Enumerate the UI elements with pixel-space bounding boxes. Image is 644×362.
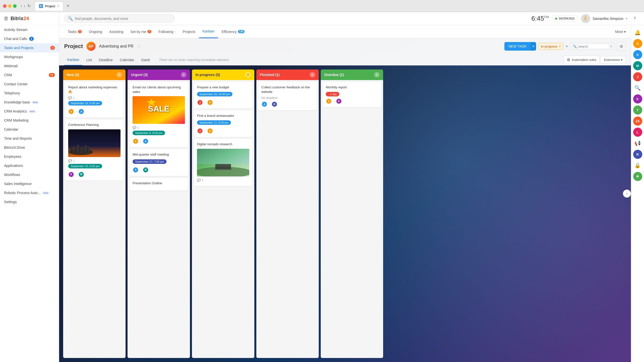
nav-back[interactable]: ‹ — [21, 4, 22, 8]
sidebar-item-crm[interactable]: CRM 71 — [0, 70, 59, 80]
more-tabs-btn[interactable]: More ▾ — [615, 30, 626, 34]
sidebar-item-telephony[interactable]: Telephony — [0, 89, 59, 98]
automation-rules-btn[interactable]: ⚙ Automation rules — [564, 56, 600, 64]
nav-forward[interactable]: › — [24, 4, 25, 8]
tab-close-btn[interactable]: × — [57, 4, 59, 8]
card-new-budget[interactable]: Prepare a new budget September 10, 10:00… — [194, 82, 252, 108]
new-tab-button[interactable]: + — [64, 3, 71, 10]
card-image-nomad — [197, 149, 249, 176]
tab-set-by-me[interactable]: Set by me 3 — [127, 25, 155, 38]
subnav-list[interactable]: List — [83, 54, 95, 65]
sidebar-item-contact-center[interactable]: Contact Center — [0, 80, 59, 89]
sidebar-item-robotic-process[interactable]: Robotic Process Auto... beta — [0, 188, 59, 197]
bell-notification-icon[interactable]: 🔔 — [633, 28, 642, 37]
brand-number: 24 — [23, 16, 29, 21]
sidebar-item-calendar[interactable]: Calendar — [0, 125, 59, 134]
megaphone-icon[interactable]: 📢 — [633, 138, 642, 148]
subnav-deadline[interactable]: Deadline — [96, 54, 116, 65]
sidebar-item-tasks-projects[interactable]: Tasks and Projects 3 — [0, 43, 59, 52]
sidebar-item-time-reports[interactable]: Time and Reports — [0, 134, 59, 143]
sidebar-item-crm-marketing[interactable]: CRM Marketing — [0, 116, 59, 125]
subnav-gantt[interactable]: Gantt — [138, 54, 153, 65]
card-monthly-report[interactable]: Monthly report - 1 day S › K — [323, 82, 381, 107]
column-settings-btn[interactable]: ⚙ — [617, 42, 626, 51]
tab-tasks[interactable]: Tasks 3 — [64, 25, 85, 38]
menu-icon[interactable]: ☰ — [4, 16, 8, 21]
user-area[interactable]: S Samantha Simpson ▾ — [581, 14, 627, 23]
search-filter[interactable]: 🔍 × — [570, 43, 615, 50]
subnav-kanban[interactable]: Kanban — [64, 54, 82, 65]
extensions-arrow: ▾ — [621, 58, 623, 62]
card-report-marketing[interactable]: Report about marketing expenses 🔥 💬1 Sep… — [65, 82, 124, 118]
tab-projects[interactable]: Projects — [179, 25, 199, 38]
card-digital-nomads[interactable]: Digital nomads research — [194, 139, 252, 186]
card-email-clients[interactable]: Email our clients about upcoming sales — [130, 82, 188, 147]
subnav-label: Gantt — [141, 58, 150, 62]
right-user-7[interactable]: L — [633, 127, 642, 137]
dot-close[interactable] — [3, 4, 7, 8]
browser-chrome: ‹ › ↻ B Project × + — [0, 0, 644, 12]
bitrix24-badge[interactable]: 24 — [633, 116, 642, 126]
col-add-btn[interactable]: + — [374, 72, 380, 78]
help-button[interactable]: ? — [630, 14, 639, 23]
card-collect-feedback[interactable]: Collect customer feedback on the website… — [258, 82, 317, 110]
tab-kanban[interactable]: Kanban — [199, 25, 218, 38]
dot-minimize[interactable] — [8, 4, 12, 8]
card-conference-planning[interactable]: Conference Planning — [65, 120, 124, 180]
tab-assisting[interactable]: Assisting — [106, 25, 127, 38]
col-add-btn[interactable]: + — [310, 72, 315, 78]
subnav-calendar[interactable]: Calendar — [117, 54, 137, 65]
avatar: R — [271, 101, 277, 107]
sidebar-item-crm-analytics[interactable]: CRM Analytics beta — [0, 107, 59, 116]
search-bar[interactable]: 🔍 — [64, 14, 175, 23]
right-user-3[interactable]: M — [633, 61, 642, 70]
sidebar-item-webmail[interactable]: Webmail — [0, 61, 59, 70]
svg-rect-6 — [88, 146, 90, 153]
add-filter-btn[interactable]: + — [566, 44, 568, 49]
search-global-icon[interactable]: 🔍 — [633, 83, 642, 93]
conference-svg — [68, 129, 120, 157]
tab-efficiency[interactable]: Efficiency 100 — [218, 25, 248, 38]
browser-tab-project[interactable]: B Project × — [35, 2, 64, 11]
sidebar-item-knowledge-base[interactable]: Knowledge base beta — [0, 98, 59, 107]
card-staff-meeting[interactable]: Mid-quarter staff meeting September 17, … — [130, 149, 188, 176]
sidebar-item-employees[interactable]: Employees — [0, 152, 59, 161]
right-user-8[interactable]: R — [633, 150, 642, 159]
sidebar-item-workflows[interactable]: Workflows — [0, 170, 59, 179]
sidebar-item-settings[interactable]: Settings — [0, 197, 59, 206]
card-brand-ambassador[interactable]: Find a brand ambassador September 11, 8:… — [194, 111, 252, 137]
col-add-btn[interactable]: + — [245, 72, 251, 78]
right-user-1[interactable]: S — [633, 39, 642, 48]
sidebar-item-sales-intelligence[interactable]: Sales Intelligence — [0, 179, 59, 188]
tab-following[interactable]: Following ‹ — [155, 25, 179, 38]
sidebar-item-workgroups[interactable]: Workgroups — [0, 52, 59, 61]
right-user-4[interactable]: J — [633, 72, 642, 82]
col-add-btn[interactable]: + — [116, 72, 122, 78]
search-input[interactable] — [75, 17, 171, 21]
search-filter-input[interactable] — [578, 45, 609, 48]
right-user-5[interactable]: K — [633, 94, 642, 104]
svg-rect-7 — [71, 147, 72, 153]
right-user-2[interactable]: A — [633, 50, 642, 59]
dot-maximize[interactable] — [13, 4, 17, 8]
new-task-button[interactable]: NEW TASK — [504, 42, 531, 51]
star-button[interactable]: ☆ — [137, 44, 141, 49]
add-fab-icon[interactable]: + — [633, 172, 642, 181]
sidebar-item-bitrix24-drive[interactable]: Bitrix24.Drive — [0, 143, 59, 152]
working-status-btn[interactable]: WORKING — [552, 15, 578, 22]
col-add-btn[interactable]: + — [181, 72, 186, 78]
expand-panel-btn[interactable]: › — [623, 190, 631, 198]
nav-reload[interactable]: ↻ — [27, 4, 31, 8]
new-task-dropdown[interactable]: ▾ — [531, 42, 536, 51]
extensions-btn[interactable]: Extensions ▾ — [600, 56, 626, 63]
tab-ongoing[interactable]: Ongoing — [85, 25, 106, 38]
remove-filter-btn[interactable]: × — [559, 44, 561, 48]
sidebar-item-activity-stream[interactable]: Activity Stream — [0, 25, 59, 34]
lock-icon[interactable]: 🔒 — [633, 161, 642, 170]
sidebar-item-applications[interactable]: Applications — [0, 161, 59, 170]
card-presentation-outline[interactable]: Presentation Outline — [130, 178, 188, 191]
sidebar-item-chat-calls[interactable]: Chat and Calls 2 — [0, 34, 59, 43]
right-user-6[interactable]: T — [633, 105, 642, 115]
card-title: Report about marketing expenses 🔥 — [68, 85, 120, 94]
clear-filter-btn[interactable]: × — [610, 44, 612, 48]
